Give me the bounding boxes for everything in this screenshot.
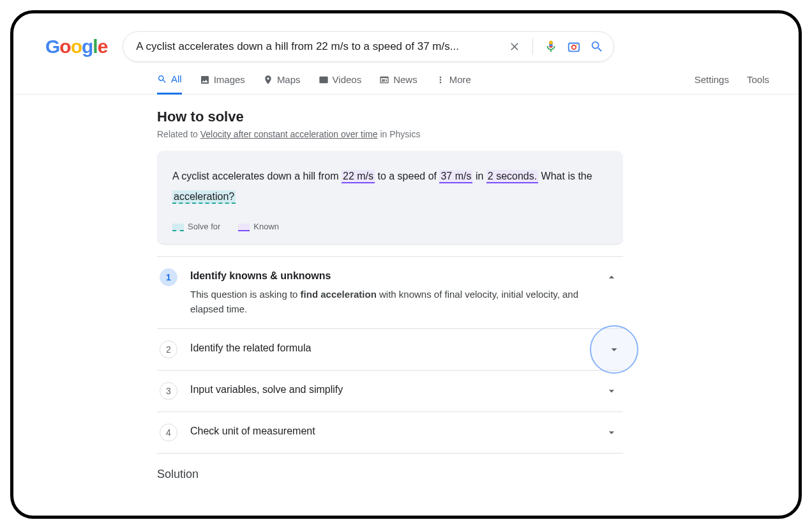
related-prefix: Related to	[157, 129, 200, 139]
search-icon[interactable]	[588, 38, 606, 56]
related-topic-link[interactable]: Velocity after constant acceleration ove…	[200, 129, 378, 139]
search-input[interactable]	[136, 40, 500, 53]
step-body: Check unit of measurement	[190, 424, 590, 437]
tab-more[interactable]: More	[435, 74, 471, 93]
legend-swatch-solve	[172, 224, 184, 231]
search-small-icon	[157, 74, 167, 84]
howto-title: How to solve	[157, 109, 645, 125]
step-number-badge: 1	[160, 268, 177, 286]
tab-maps[interactable]: Maps	[263, 74, 301, 93]
chevron-down-highlight[interactable]	[590, 325, 638, 374]
step-number-badge: 4	[160, 424, 177, 441]
news-icon	[379, 75, 389, 85]
tabs-right: Settings Tools	[695, 74, 769, 93]
problem-segment: What is the	[538, 171, 592, 181]
tab-images[interactable]: Images	[200, 74, 245, 93]
problem-text: A cyclist accelerates down a hill from 2…	[172, 166, 608, 207]
legend-label: Known	[253, 222, 279, 231]
settings-link[interactable]: Settings	[695, 74, 729, 85]
solve-for-value[interactable]: acceleration?	[172, 190, 236, 204]
legend: Solve for Known	[172, 218, 608, 235]
tab-videos[interactable]: Videos	[319, 74, 362, 93]
search-tabs: All Images Maps Videos News More	[13, 62, 799, 95]
related-line: Related to Velocity after constant accel…	[157, 129, 645, 139]
page-inner: Google Al	[13, 13, 799, 516]
step-body: Identify knowns & unknowns This question…	[190, 268, 590, 317]
legend-label: Solve for	[188, 222, 220, 231]
logo-letter: g	[82, 36, 93, 57]
step-3[interactable]: 3 Input variables, solve and simplify	[157, 371, 623, 412]
chevron-down-icon[interactable]	[603, 424, 620, 441]
logo-letter: o	[71, 36, 82, 57]
step-body: Identify the related formula	[190, 341, 620, 354]
svg-point-1	[572, 45, 576, 49]
step-title: Identify knowns & unknowns	[190, 270, 590, 282]
problem-card: A cyclist accelerates down a hill from 2…	[157, 151, 623, 245]
tab-news[interactable]: News	[379, 74, 417, 93]
step-title: Check unit of measurement	[190, 425, 590, 437]
tools-link[interactable]: Tools	[747, 74, 769, 85]
chevron-up-icon[interactable]	[603, 268, 620, 286]
tab-label: All	[171, 73, 182, 84]
more-vert-icon	[435, 75, 446, 85]
legend-known: Known	[238, 218, 279, 235]
content: How to solve Related to Velocity after c…	[13, 95, 645, 481]
lens-search-icon[interactable]	[565, 38, 583, 56]
svg-point-2	[576, 44, 578, 45]
tab-label: Videos	[333, 74, 362, 85]
step-4[interactable]: 4 Check unit of measurement	[157, 412, 623, 454]
video-icon	[319, 75, 329, 85]
tab-all[interactable]: All	[157, 73, 182, 95]
logo-letter: e	[98, 36, 108, 57]
problem-segment: in	[472, 171, 486, 181]
step-desc-text: This question is asking to	[190, 289, 301, 300]
tab-label: More	[449, 74, 471, 85]
tab-label: Maps	[277, 74, 301, 85]
step-2[interactable]: 2 Identify the related formula	[157, 329, 623, 371]
tab-label: News	[393, 74, 417, 85]
top-row: Google	[13, 31, 799, 62]
related-suffix: in Physics	[378, 129, 421, 139]
chevron-down-icon	[607, 342, 621, 356]
known-value[interactable]: 2 seconds.	[486, 170, 538, 183]
problem-segment: A cyclist accelerates down a hill from	[172, 171, 342, 181]
tab-label: Images	[214, 74, 245, 85]
image-icon	[200, 75, 210, 85]
clear-icon[interactable]	[506, 38, 523, 56]
legend-swatch-known	[238, 224, 250, 231]
known-value[interactable]: 22 m/s	[342, 170, 375, 183]
device-frame: Google Al	[10, 10, 802, 519]
solution-heading: Solution	[157, 468, 645, 481]
step-1[interactable]: 1 Identify knowns & unknowns This questi…	[157, 256, 623, 329]
logo-letter: G	[45, 36, 59, 57]
problem-segment: to a speed of	[375, 171, 439, 181]
voice-search-icon[interactable]	[542, 38, 560, 56]
legend-solve: Solve for	[172, 218, 220, 235]
step-title: Input variables, solve and simplify	[190, 384, 590, 395]
separator	[532, 38, 533, 55]
search-bar[interactable]	[123, 31, 614, 62]
chevron-down-icon[interactable]	[603, 382, 620, 400]
steps-list: 1 Identify knowns & unknowns This questi…	[157, 256, 623, 454]
step-body: Input variables, solve and simplify	[190, 382, 590, 395]
map-pin-icon	[263, 75, 273, 85]
step-title: Identify the related formula	[190, 342, 620, 354]
step-number-badge: 2	[160, 341, 177, 358]
logo-letter: l	[93, 36, 97, 57]
step-description: This question is asking to find accelera…	[190, 287, 590, 317]
step-desc-bold: find acceleration	[301, 289, 377, 300]
logo-letter: o	[59, 36, 70, 57]
svg-rect-0	[569, 43, 580, 52]
step-number-badge: 3	[160, 382, 177, 400]
google-logo[interactable]: Google	[45, 36, 107, 57]
known-value[interactable]: 37 m/s	[439, 170, 472, 183]
